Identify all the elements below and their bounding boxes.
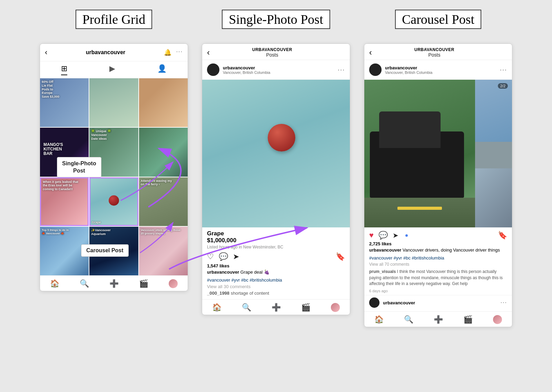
cp-dot-indicator [405,234,408,237]
cp-more-icon[interactable]: ··· [500,66,507,74]
sp-share-icon[interactable]: ➤ [233,252,239,261]
tab-tag[interactable]: 👤 [157,64,167,75]
sp-view-comments[interactable]: View all 30 comments [202,283,350,290]
cp-photo-side [475,80,512,227]
sp-caption-listed: Listed hours ago in New Westminster, BC [207,245,345,249]
cp-page-indicator: 2/2 [498,83,508,89]
cp-next-avatar [369,297,379,308]
cp-header-sub: Posts [428,52,440,58]
sp-likes-count: 1,547 likes [202,263,350,268]
sp-photo[interactable] [202,80,350,227]
cp-likes-count: 2,725 likes [364,241,512,246]
single-photo-phone: ‹ URBAVANCOUVER Posts urbavancouver Vanc… [202,43,350,315]
sp-avatar [207,63,219,76]
cp-next-comment-row: urbavancouver ··· [364,295,512,311]
sp-like-icon[interactable]: ♡ [207,252,214,261]
cp-location: Vancouver, British Columbia [385,70,497,75]
sp-bookmark-icon[interactable]: 🔖 [336,252,345,261]
sp-header-sub: Posts [266,52,278,58]
sp-bottom-nav: 🏠 🔍 ➕ 🎬 [202,299,350,315]
profile-username: urbavancouver [86,49,126,56]
sp-reels-nav[interactable]: 🎬 [301,303,310,312]
add-nav-icon[interactable]: ➕ [109,279,119,288]
cp-next-more-icon[interactable]: ··· [501,300,507,306]
sp-home-nav[interactable]: 🏠 [212,303,221,312]
cp-caption-handle[interactable]: urbavancouver [369,247,401,253]
back-button-sp[interactable]: ‹ [207,48,210,57]
title-profile-grid: Profile Grid [76,10,152,29]
grid-cell-1[interactable]: ▶ 60% OffLie FlatPods toEuropeSave $3,00… [40,78,89,127]
bell-icon[interactable]: 🔔 [164,49,171,56]
cp-bookmark-icon[interactable]: 🔖 [498,231,507,240]
sp-more-icon[interactable]: ··· [338,66,345,74]
cp-view-comments[interactable]: View all 70 comments [364,261,512,267]
grid-cell-12[interactable]: ⧉ Vancouver vibes getting those25 grocer… [139,227,188,275]
carousel-phone: ‹ URBAVANCOUVER Posts urbavancouver Vanc… [364,43,512,327]
cp-header-username: URBAVANCOUVER [414,47,454,52]
cp-avatar [369,63,382,76]
grid-cell-9[interactable]: ⧉ Attendant waving myon the ferry › [139,177,188,226]
cp-car-graphic [370,131,464,198]
sp-caption-title: Grape [207,230,345,237]
back-button-cp[interactable]: ‹ [369,48,372,57]
sp-add-nav[interactable]: ➕ [272,303,281,312]
tab-video[interactable]: ▶ [109,64,115,75]
cp-heart-icon[interactable]: ♥ [369,231,374,240]
bottom-nav: 🏠 🔍 ➕ 🎬 [40,275,188,291]
sp-caption-price: $1,000,000 [207,237,345,244]
sp-location: Vancouver, British Columbia [223,70,335,75]
cp-next-username[interactable]: urbavancouver [383,300,415,305]
tab-grid[interactable]: ⊞ [61,64,67,75]
cp-timestamp: 6 days ago [364,288,512,294]
cp-photo-main [364,80,475,227]
cp-hashtags[interactable]: #vancouver #yvr #bc #britishcolumbia [364,255,512,261]
grid-cell-3[interactable]: ▶ [139,78,188,127]
cp-profile-nav[interactable] [493,315,502,324]
grid-cell-2[interactable] [89,78,138,127]
sp-search-nav[interactable]: 🔍 [242,303,251,312]
search-nav-icon[interactable]: 🔍 [80,279,89,288]
annotation-carousel: Carousel Post [81,244,129,257]
back-button[interactable]: ‹ [45,48,47,57]
grid-cell-8[interactable]: Grape [89,177,138,226]
cp-search-nav[interactable]: 🔍 [404,315,413,324]
sp-comment-icon[interactable]: 💬 [219,252,228,261]
grid-cell-6[interactable]: ▶ [139,128,188,176]
profile-nav-avatar[interactable] [169,279,178,288]
cp-home-nav[interactable]: 🏠 [374,315,384,324]
annotation-single-photo: Single-PhotoPost [57,157,101,178]
title-carousel: Carousel Post [395,10,481,29]
cp-commenter-handle[interactable]: prum_visuals [369,269,396,274]
sp-commenter-handle[interactable]: _000_1998 [207,291,229,296]
sp-caption-handle[interactable]: urbavancouver [207,270,239,275]
cp-share-icon[interactable]: ➤ [393,231,398,239]
sp-username[interactable]: urbavancouver [223,65,335,70]
sp-hashtags[interactable]: #vancouver #yvr #bc #britishcolumbia [202,277,350,283]
reels-nav-icon[interactable]: 🎬 [139,279,148,288]
cp-comment-block: prum_visuals I think the most Vancouver … [364,267,512,288]
sp-header-username: URBAVANCOUVER [252,47,292,52]
cp-bottom-nav: 🏠 🔍 ➕ 🎬 [364,311,512,327]
home-nav-icon[interactable]: 🏠 [50,279,59,288]
grid-cell-7[interactable]: When it gets leaked thatthe Eras tour wi… [40,177,89,226]
more-icon[interactable]: ··· [176,49,183,56]
sp-grape-subject [268,124,295,151]
cp-actions-row: ♥ 💬 ➤ 🔖 [364,227,512,241]
cp-photo-area[interactable]: 2/2 [364,80,512,227]
cp-username[interactable]: urbavancouver [385,65,497,70]
title-single-photo: Single-Photo Post [222,10,330,29]
sp-profile-nav[interactable] [331,303,340,312]
cp-reels-nav[interactable]: 🎬 [463,315,473,324]
cp-add-nav[interactable]: ➕ [434,315,443,324]
cp-comment-icon[interactable]: 💬 [378,231,388,240]
